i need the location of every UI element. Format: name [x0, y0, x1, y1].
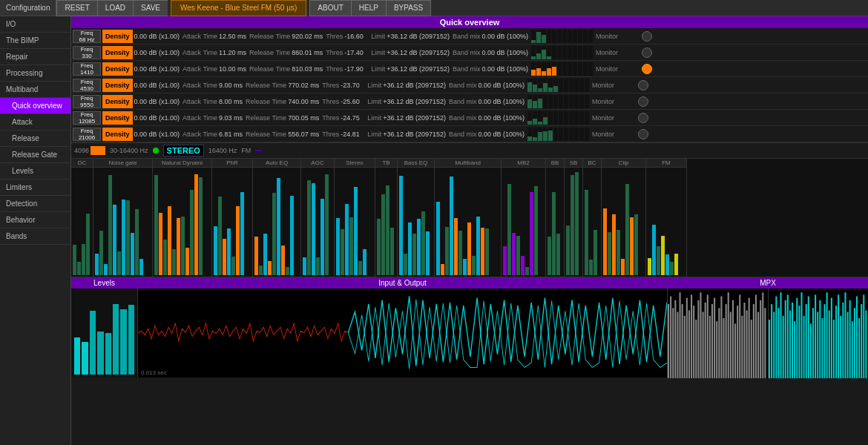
density-button-3[interactable]: Density — [102, 79, 133, 92]
density-button-4[interactable]: Density — [102, 95, 133, 108]
svg-rect-61 — [805, 304, 806, 378]
sidebar-item-behavior[interactable]: Behavior — [0, 212, 70, 228]
proc-bar-11-1 — [552, 192, 556, 275]
limit-value-4: +36.12 dB (2097152) — [383, 98, 446, 105]
proc-section-body-5 — [301, 168, 334, 277]
monitor-circle-0[interactable] — [642, 31, 652, 42]
thres-value-3: -23.70 — [341, 82, 364, 89]
meter-bar-5-9 — [574, 111, 579, 125]
meter-strip-1 — [531, 46, 593, 59]
release-value-3: 770.02 ms — [288, 82, 319, 89]
proc-bar-9-6 — [463, 259, 467, 275]
limit-value-2: +36.12 dB (2097152) — [387, 65, 450, 73]
sidebar-item-repair[interactable]: Repair — [0, 49, 70, 65]
meter-bar-4-9 — [574, 95, 579, 108]
meter-bar-6-0 — [527, 128, 532, 141]
density-button-5[interactable]: Density — [102, 111, 133, 125]
input-number: 4096 — [74, 147, 89, 154]
proc-bar-6-0 — [336, 218, 340, 275]
status-purple-rect — [255, 150, 261, 151]
proc-section-body-9 — [435, 168, 501, 277]
density-button-2[interactable]: Density — [102, 62, 133, 76]
sidebar-item-bimp[interactable]: The BIMP — [0, 33, 70, 49]
proc-section-title-9: Multiband — [435, 159, 501, 168]
sidebar-item-release[interactable]: Release — [0, 131, 70, 147]
sidebar-item-processing[interactable]: Processing — [0, 65, 70, 82]
proc-section-clip: Clip — [602, 159, 646, 277]
proc-bar-1-2 — [104, 264, 108, 275]
band-freq-4: Freq 9550 — [73, 95, 101, 108]
meter-bar-5-3 — [543, 111, 548, 125]
monitor-circle-3[interactable] — [638, 80, 648, 90]
monitor-circle-6[interactable] — [638, 129, 648, 139]
sidebar-item-limiters[interactable]: Limiters — [0, 179, 70, 196]
meter-bar-4-11 — [585, 95, 589, 108]
meter-bar-1-0 — [531, 46, 536, 59]
meter-bar-1-8 — [573, 46, 577, 59]
svg-rect-21 — [714, 298, 715, 378]
limit-label-0: Limit — [371, 33, 385, 40]
proc-section-body-7 — [375, 168, 397, 277]
meter-bar-0-9 — [578, 30, 582, 43]
svg-rect-9 — [686, 298, 688, 378]
freq-range: 30-16400 Hz — [110, 147, 148, 154]
levels-bar-2 — [90, 291, 96, 375]
proc-section-auto-eq: Auto EQ — [253, 159, 301, 277]
monitor-circle-2[interactable] — [642, 64, 652, 74]
meter-bar-5-4 — [548, 111, 553, 125]
proc-section-title-1: Noise gate — [93, 159, 152, 168]
sidebar-item-detection[interactable]: Detection — [0, 196, 70, 212]
meter-bar-5-6 — [559, 111, 563, 125]
svg-rect-70 — [826, 292, 827, 378]
sidebar-item-quick-overview[interactable]: Quick overview — [0, 98, 70, 114]
about-button[interactable]: ABOUT — [309, 0, 350, 16]
meter-bar-3-7 — [564, 79, 568, 92]
meter-bar-5-2 — [538, 111, 542, 125]
density-button-6[interactable]: Density — [102, 128, 133, 141]
release-label-4: Release Time — [246, 98, 286, 105]
svg-rect-27 — [728, 292, 729, 378]
sidebar-item-release-gate[interactable]: Release Gate — [0, 147, 70, 163]
density-button-1[interactable]: Density — [102, 46, 133, 59]
monitor-circle-4[interactable] — [638, 96, 648, 107]
density-button-0[interactable]: Density — [102, 30, 133, 43]
save-button[interactable]: SAVE — [133, 0, 168, 16]
proc-bar-5-1 — [307, 180, 311, 275]
svg-rect-2 — [670, 297, 671, 378]
sidebar-item-attack[interactable]: Attack — [0, 114, 70, 131]
proc-section-title-13: BC — [583, 159, 601, 168]
reset-button[interactable]: RESET — [56, 0, 96, 16]
svg-rect-84 — [858, 318, 860, 378]
meter-bar-6-9 — [574, 128, 579, 141]
svg-rect-30 — [734, 323, 736, 378]
sidebar-item-io[interactable]: I/O — [0, 16, 70, 33]
meter-bar-0-0 — [531, 30, 536, 43]
help-button[interactable]: HELP — [351, 0, 386, 16]
svg-rect-10 — [688, 310, 690, 378]
bypass-button[interactable]: BYPASS — [386, 0, 431, 16]
proc-bar-4-5 — [277, 178, 280, 275]
proc-section-body-12 — [565, 168, 582, 277]
sidebar-item-bands[interactable]: Bands — [0, 228, 70, 245]
sidebar-item-multiband[interactable]: Multiband — [0, 82, 70, 98]
proc-bar-1-4 — [113, 205, 116, 275]
meter-bar-3-8 — [569, 79, 573, 92]
svg-rect-18 — [707, 294, 708, 378]
release-value-2: 810.03 ms — [292, 65, 323, 73]
config-label: Configuration — [0, 0, 56, 16]
load-button[interactable]: LOAD — [97, 0, 133, 16]
release-value-1: 860.01 ms — [292, 49, 323, 56]
svg-rect-16 — [703, 312, 704, 378]
proc-bar-14-1 — [608, 232, 611, 275]
meter-bar-2-2 — [542, 62, 546, 76]
limit-label-6: Limit — [367, 131, 381, 138]
monitor-label-1: Monitor — [596, 49, 640, 56]
meter-bar-3-3 — [543, 79, 548, 92]
levels-fill-4 — [105, 333, 111, 375]
band-row-5: Freq 12085Density0.00 dB (x1.00)Attack T… — [71, 110, 868, 126]
monitor-circle-1[interactable] — [642, 47, 652, 58]
proc-section-bass-eq: Bass EQ — [398, 159, 435, 277]
proc-bar-13-2 — [594, 230, 597, 275]
sidebar-item-levels[interactable]: Levels — [0, 163, 70, 179]
monitor-circle-5[interactable] — [638, 113, 648, 123]
